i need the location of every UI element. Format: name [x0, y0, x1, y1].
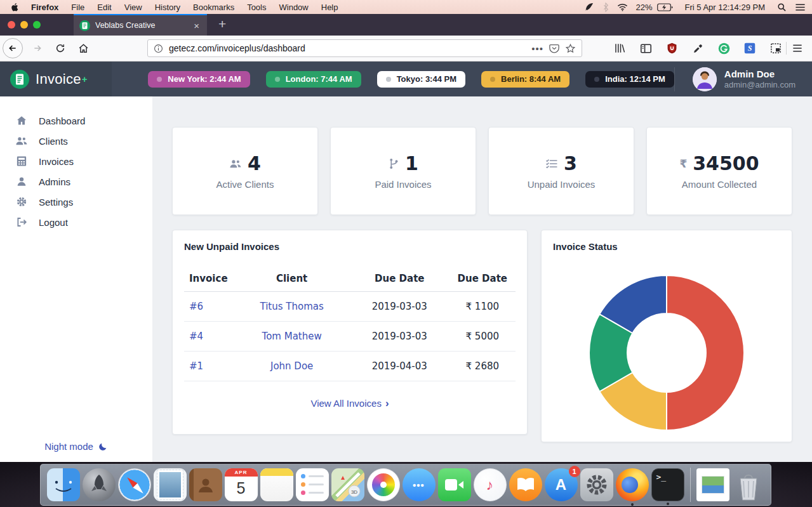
dock-notes-icon[interactable]	[260, 468, 293, 501]
url-bar[interactable]: getecz.com/invoiceplus/dashboard •••	[147, 39, 582, 57]
back-button[interactable]	[3, 38, 23, 58]
minimize-window-button[interactable]	[20, 21, 28, 29]
menu-item-view[interactable]: View	[118, 3, 149, 12]
search-icon[interactable]	[777, 3, 787, 12]
feather-icon[interactable]	[584, 2, 594, 12]
night-mode-toggle[interactable]: Night mode	[0, 441, 152, 452]
stat-value: 34500	[693, 152, 759, 174]
apple-menu-icon[interactable]	[10, 2, 20, 13]
forward-button[interactable]	[29, 40, 46, 56]
screenshot-icon[interactable]	[768, 40, 784, 56]
client-link[interactable]: John Doe	[270, 360, 313, 372]
sidebar-item-invoices[interactable]: Invoices	[0, 151, 152, 171]
sidebar-item-clients[interactable]: Clients	[0, 131, 152, 151]
tab-close-icon[interactable]: ×	[192, 20, 201, 31]
list-icon[interactable]	[795, 3, 806, 11]
menu-item-window[interactable]: Window	[273, 3, 315, 12]
library-icon[interactable]	[611, 40, 628, 56]
dock-contacts-icon[interactable]	[189, 468, 222, 501]
menu-clock[interactable]: Fri 5 Apr 12:14:29 PM	[685, 3, 765, 12]
dock-launchpad-icon[interactable]	[83, 468, 116, 501]
view-all-invoices-link[interactable]: View All Invoices›	[184, 397, 516, 410]
main-content: 4Active Clients1Paid Invoices3Unpaid Inv…	[152, 96, 812, 462]
reload-button[interactable]	[52, 40, 69, 56]
invoice-number-link[interactable]: #1	[189, 360, 203, 372]
time-badge-0[interactable]: New York: 2:44 AM	[148, 71, 250, 88]
menu-item-firefox[interactable]: Firefox	[25, 3, 65, 12]
clients-icon	[15, 135, 28, 147]
eyedropper-icon[interactable]	[689, 40, 706, 56]
hamburger-menu-icon[interactable]	[789, 40, 806, 56]
dock-finder-icon[interactable]	[47, 468, 80, 501]
invoice-number-link[interactable]: #4	[189, 331, 203, 342]
dock-safari-icon[interactable]	[118, 468, 151, 501]
dock-reminders-icon[interactable]	[296, 468, 329, 501]
info-icon[interactable]	[154, 44, 163, 53]
time-badge-label: Berlin: 8:44 AM	[501, 74, 561, 84]
battery-charging-icon[interactable]	[657, 3, 673, 11]
dock-ibooks-icon[interactable]	[509, 468, 542, 501]
sidebar-item-admins[interactable]: Admins	[0, 171, 152, 192]
time-badge-2[interactable]: Tokyo: 3:44 PM	[377, 71, 465, 88]
settings-icon	[15, 196, 28, 207]
stat-label: Amount Collected	[682, 179, 757, 190]
running-indicator-dot	[667, 503, 669, 505]
dock-itunes-icon[interactable]: ♪	[474, 468, 507, 501]
dock-facetime-icon[interactable]	[438, 468, 471, 501]
dock-terminal-icon[interactable]: >_	[651, 468, 684, 501]
client-link[interactable]: Titus Thomas	[260, 301, 323, 312]
window-controls	[8, 21, 41, 29]
sidebar-item-logout[interactable]: Logout	[0, 212, 152, 232]
table-row: #6Titus Thomas2019-03-03₹ 1100	[184, 292, 516, 322]
messages-dots: •••	[413, 480, 425, 491]
menu-item-bookmarks[interactable]: Bookmarks	[187, 3, 241, 12]
dock-docfile-icon[interactable]	[696, 468, 729, 501]
dock: APR53D•••♪A1>_	[40, 464, 771, 506]
sidebars-icon[interactable]	[637, 40, 654, 56]
time-badge-3[interactable]: Berlin: 8:44 AM	[481, 71, 569, 88]
zoom-window-button[interactable]	[33, 21, 41, 29]
dock-mail-icon[interactable]	[154, 468, 187, 501]
home-button[interactable]	[75, 40, 91, 56]
new-tab-button[interactable]: +	[215, 16, 230, 32]
menu-item-help[interactable]: Help	[315, 3, 345, 12]
sidebar-item-settings[interactable]: Settings	[0, 192, 152, 212]
dock-photos-icon[interactable]	[367, 468, 400, 501]
admin-profile[interactable]: Admin Doe admin@admin.com	[674, 67, 812, 91]
app-logo[interactable]: Invoice +	[0, 62, 112, 96]
grammarly-icon[interactable]	[715, 40, 732, 56]
url-text[interactable]: getecz.com/invoiceplus/dashboard	[169, 43, 526, 53]
sidebar-item-dashboard[interactable]: Dashboard	[0, 110, 152, 131]
close-window-button[interactable]	[8, 21, 15, 29]
dock-messages-icon[interactable]: •••	[403, 468, 436, 501]
ublock-icon[interactable]	[663, 40, 680, 56]
dock-calendar-icon[interactable]: APR5	[225, 468, 258, 501]
menu-item-file[interactable]: File	[65, 3, 91, 12]
menu-item-edit[interactable]: Edit	[91, 3, 117, 12]
time-badge-1[interactable]: London: 7:44 AM	[266, 71, 361, 88]
client-link[interactable]: Tom Mathew	[262, 331, 322, 342]
time-badge-label: India: 12:14 PM	[605, 74, 665, 84]
admin-email: admin@admin.com	[724, 80, 795, 89]
due-date-cell: 2019-03-03	[350, 292, 449, 322]
bluetooth-icon[interactable]	[602, 3, 609, 12]
page-actions-icon[interactable]: •••	[531, 43, 543, 54]
dock-maps-icon[interactable]: 3D	[331, 468, 364, 501]
s-extension-icon[interactable]: S	[742, 40, 758, 56]
time-badge-4[interactable]: India: 12:14 PM	[585, 71, 674, 88]
stat-value: 4	[248, 152, 261, 174]
menu-item-history[interactable]: History	[149, 3, 187, 12]
wifi-icon[interactable]	[617, 3, 628, 11]
invoice-number-link[interactable]: #6	[189, 301, 203, 312]
invoice-logo-icon	[10, 70, 29, 89]
dock-sysprefs-icon[interactable]	[580, 468, 613, 501]
stat-label: Unpaid Invoices	[528, 179, 596, 190]
browser-tab[interactable]: Veblabs Creative ×	[74, 14, 207, 36]
dock-appstore-icon[interactable]: A1	[545, 468, 578, 501]
pocket-icon[interactable]	[549, 44, 559, 53]
unpaid-invoices-table: InvoiceClientDue DateDue Date #6Titus Th…	[184, 266, 516, 381]
dock-trash-icon[interactable]	[732, 468, 765, 501]
menu-item-tools[interactable]: Tools	[241, 3, 272, 12]
bookmark-star-icon[interactable]	[565, 43, 576, 54]
dock-firefox-icon[interactable]	[616, 468, 649, 501]
